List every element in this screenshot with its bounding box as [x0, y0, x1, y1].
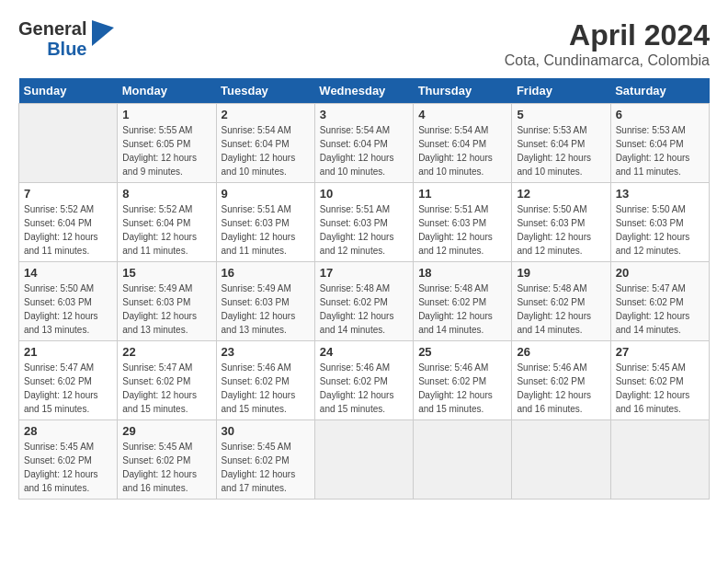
- logo: General Blue: [18, 18, 114, 59]
- day-number: 27: [616, 345, 704, 359]
- week-row-4: 21 Sunrise: 5:47 AM Sunset: 6:02 PM Dayl…: [19, 341, 710, 420]
- calendar-cell: 17 Sunrise: 5:48 AM Sunset: 6:02 PM Dayl…: [314, 262, 413, 341]
- weekday-header-row: SundayMondayTuesdayWednesdayThursdayFrid…: [19, 78, 710, 104]
- calendar-cell: 3 Sunrise: 5:54 AM Sunset: 6:04 PM Dayli…: [314, 104, 413, 183]
- calendar-cell: 14 Sunrise: 5:50 AM Sunset: 6:03 PM Dayl…: [19, 262, 118, 341]
- day-info: Sunrise: 5:52 AM Sunset: 6:04 PM Dayligh…: [122, 202, 210, 258]
- svg-marker-0: [92, 20, 114, 46]
- calendar-cell: 7 Sunrise: 5:52 AM Sunset: 6:04 PM Dayli…: [19, 183, 118, 262]
- day-info: Sunrise: 5:45 AM Sunset: 6:02 PM Dayligh…: [24, 440, 112, 495]
- day-number: 30: [222, 424, 310, 438]
- calendar-cell: 23 Sunrise: 5:46 AM Sunset: 6:02 PM Dayl…: [216, 341, 314, 420]
- day-info: Sunrise: 5:55 AM Sunset: 6:05 PM Dayligh…: [122, 123, 210, 178]
- header-sunday: Sunday: [19, 78, 118, 104]
- calendar-cell: 13 Sunrise: 5:50 AM Sunset: 6:03 PM Dayl…: [610, 183, 709, 262]
- day-number: 5: [517, 108, 605, 121]
- week-row-1: 1 Sunrise: 5:55 AM Sunset: 6:05 PM Dayli…: [19, 104, 710, 183]
- logo-blue: Blue: [47, 39, 86, 59]
- calendar-cell: 11 Sunrise: 5:51 AM Sunset: 6:03 PM Dayl…: [414, 183, 512, 262]
- day-number: 15: [122, 266, 210, 280]
- day-info: Sunrise: 5:46 AM Sunset: 6:02 PM Dayligh…: [320, 361, 408, 416]
- logo-icon: [92, 20, 114, 50]
- header-monday: Monday: [118, 78, 216, 104]
- calendar-cell: 9 Sunrise: 5:51 AM Sunset: 6:03 PM Dayli…: [216, 183, 314, 262]
- day-info: Sunrise: 5:48 AM Sunset: 6:02 PM Dayligh…: [418, 282, 506, 337]
- day-number: 7: [24, 187, 112, 201]
- day-info: Sunrise: 5:54 AM Sunset: 6:04 PM Dayligh…: [222, 123, 310, 178]
- calendar-cell: [314, 420, 413, 500]
- calendar-cell: 10 Sunrise: 5:51 AM Sunset: 6:03 PM Dayl…: [314, 183, 413, 262]
- day-info: Sunrise: 5:51 AM Sunset: 6:03 PM Dayligh…: [320, 202, 408, 258]
- calendar-cell: [610, 420, 709, 500]
- day-number: 18: [418, 266, 506, 280]
- day-number: 13: [616, 187, 704, 201]
- day-number: 21: [24, 345, 112, 359]
- day-number: 8: [122, 187, 210, 201]
- calendar-cell: 20 Sunrise: 5:47 AM Sunset: 6:02 PM Dayl…: [610, 262, 709, 341]
- day-number: 12: [517, 187, 605, 201]
- day-number: 4: [418, 108, 506, 121]
- calendar-cell: 28 Sunrise: 5:45 AM Sunset: 6:02 PM Dayl…: [19, 420, 118, 500]
- header-saturday: Saturday: [610, 78, 709, 104]
- day-info: Sunrise: 5:48 AM Sunset: 6:02 PM Dayligh…: [517, 282, 605, 337]
- header-thursday: Thursday: [414, 78, 512, 104]
- calendar-cell: 4 Sunrise: 5:54 AM Sunset: 6:04 PM Dayli…: [414, 104, 512, 183]
- page-header: General Blue April 2024 Cota, Cundinamar…: [18, 18, 710, 69]
- day-number: 2: [222, 108, 310, 121]
- day-number: 28: [24, 424, 112, 438]
- calendar-cell: 2 Sunrise: 5:54 AM Sunset: 6:04 PM Dayli…: [216, 104, 314, 183]
- day-info: Sunrise: 5:53 AM Sunset: 6:04 PM Dayligh…: [517, 123, 605, 178]
- day-info: Sunrise: 5:50 AM Sunset: 6:03 PM Dayligh…: [24, 282, 112, 337]
- day-number: 10: [320, 187, 408, 201]
- day-info: Sunrise: 5:47 AM Sunset: 6:02 PM Dayligh…: [24, 361, 112, 416]
- calendar-cell: [414, 420, 512, 500]
- title-area: April 2024 Cota, Cundinamarca, Colombia: [505, 18, 710, 69]
- calendar-cell: 27 Sunrise: 5:45 AM Sunset: 6:02 PM Dayl…: [610, 341, 709, 420]
- calendar-cell: 22 Sunrise: 5:47 AM Sunset: 6:02 PM Dayl…: [118, 341, 216, 420]
- calendar-cell: 18 Sunrise: 5:48 AM Sunset: 6:02 PM Dayl…: [414, 262, 512, 341]
- day-info: Sunrise: 5:54 AM Sunset: 6:04 PM Dayligh…: [418, 123, 506, 178]
- day-info: Sunrise: 5:46 AM Sunset: 6:02 PM Dayligh…: [222, 361, 310, 416]
- calendar-cell: 8 Sunrise: 5:52 AM Sunset: 6:04 PM Dayli…: [118, 183, 216, 262]
- calendar-cell: [512, 420, 610, 500]
- calendar-cell: 21 Sunrise: 5:47 AM Sunset: 6:02 PM Dayl…: [19, 341, 118, 420]
- day-info: Sunrise: 5:52 AM Sunset: 6:04 PM Dayligh…: [24, 202, 112, 258]
- day-info: Sunrise: 5:46 AM Sunset: 6:02 PM Dayligh…: [517, 361, 605, 416]
- day-info: Sunrise: 5:45 AM Sunset: 6:02 PM Dayligh…: [222, 440, 310, 495]
- day-number: 26: [517, 345, 605, 359]
- calendar-cell: 19 Sunrise: 5:48 AM Sunset: 6:02 PM Dayl…: [512, 262, 610, 341]
- week-row-5: 28 Sunrise: 5:45 AM Sunset: 6:02 PM Dayl…: [19, 420, 710, 500]
- day-number: 9: [222, 187, 310, 201]
- day-number: 6: [616, 108, 704, 121]
- day-info: Sunrise: 5:51 AM Sunset: 6:03 PM Dayligh…: [222, 202, 310, 258]
- calendar-cell: 12 Sunrise: 5:50 AM Sunset: 6:03 PM Dayl…: [512, 183, 610, 262]
- day-info: Sunrise: 5:53 AM Sunset: 6:04 PM Dayligh…: [616, 123, 704, 178]
- calendar-cell: 16 Sunrise: 5:49 AM Sunset: 6:03 PM Dayl…: [216, 262, 314, 341]
- day-info: Sunrise: 5:54 AM Sunset: 6:04 PM Dayligh…: [320, 123, 408, 178]
- calendar-cell: 1 Sunrise: 5:55 AM Sunset: 6:05 PM Dayli…: [118, 104, 216, 183]
- calendar-cell: 6 Sunrise: 5:53 AM Sunset: 6:04 PM Dayli…: [610, 104, 709, 183]
- day-info: Sunrise: 5:46 AM Sunset: 6:02 PM Dayligh…: [418, 361, 506, 416]
- day-info: Sunrise: 5:51 AM Sunset: 6:03 PM Dayligh…: [418, 202, 506, 258]
- header-wednesday: Wednesday: [314, 78, 413, 104]
- calendar-table: SundayMondayTuesdayWednesdayThursdayFrid…: [18, 78, 710, 500]
- day-info: Sunrise: 5:45 AM Sunset: 6:02 PM Dayligh…: [122, 440, 210, 495]
- day-info: Sunrise: 5:47 AM Sunset: 6:02 PM Dayligh…: [122, 361, 210, 416]
- calendar-cell: [19, 104, 118, 183]
- calendar-cell: 5 Sunrise: 5:53 AM Sunset: 6:04 PM Dayli…: [512, 104, 610, 183]
- calendar-cell: 25 Sunrise: 5:46 AM Sunset: 6:02 PM Dayl…: [414, 341, 512, 420]
- day-number: 22: [122, 345, 210, 359]
- day-number: 19: [517, 266, 605, 280]
- day-info: Sunrise: 5:47 AM Sunset: 6:02 PM Dayligh…: [616, 282, 704, 337]
- day-number: 25: [418, 345, 506, 359]
- calendar-cell: 30 Sunrise: 5:45 AM Sunset: 6:02 PM Dayl…: [216, 420, 314, 500]
- calendar-cell: 26 Sunrise: 5:46 AM Sunset: 6:02 PM Dayl…: [512, 341, 610, 420]
- header-friday: Friday: [512, 78, 610, 104]
- location-title: Cota, Cundinamarca, Colombia: [505, 52, 710, 69]
- logo-general: General: [18, 18, 86, 39]
- week-row-2: 7 Sunrise: 5:52 AM Sunset: 6:04 PM Dayli…: [19, 183, 710, 262]
- week-row-3: 14 Sunrise: 5:50 AM Sunset: 6:03 PM Dayl…: [19, 262, 710, 341]
- day-number: 3: [320, 108, 408, 121]
- day-number: 24: [320, 345, 408, 359]
- day-number: 23: [222, 345, 310, 359]
